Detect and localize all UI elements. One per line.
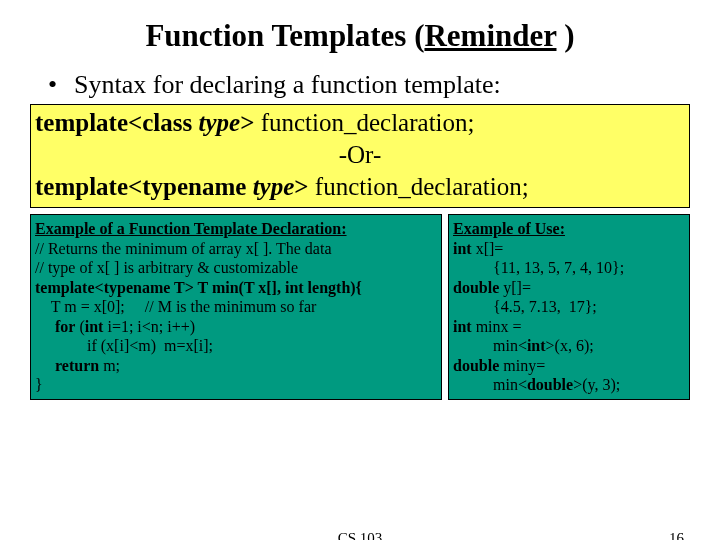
close-angle-2: > (294, 173, 315, 200)
func-decl-1: function_declaration; (261, 109, 475, 136)
decl-line-2: // type of x[ ] is arbitrary & customiza… (35, 258, 437, 278)
miny-decl: miny= (499, 357, 545, 374)
syntax-or: -Or- (35, 139, 685, 171)
close-angle-1: > (240, 109, 261, 136)
decl-line-7: return m; (35, 356, 437, 376)
min-call-2a: min< (453, 376, 527, 393)
pad7 (35, 357, 55, 374)
func-decl-2: function_declaration; (315, 173, 529, 200)
kw-double-miny: double (453, 357, 499, 374)
example-decl-header: Example of a Function Template Declarati… (35, 219, 437, 239)
type-italic-2: type (253, 173, 295, 200)
min-call-1c: >(x, 6); (546, 337, 594, 354)
decl-line-4: T m = x[0]; // M is the minimum so far (35, 297, 437, 317)
example-use-header: Example of Use: (453, 219, 685, 239)
type-italic-1: type (199, 109, 241, 136)
decl-line-1: // Returns the minimum of array x[ ]. Th… (35, 239, 437, 259)
example-row: Example of a Function Template Declarati… (30, 214, 690, 400)
kw-return: return (55, 357, 99, 374)
ret-m: m; (99, 357, 120, 374)
syntax-line-2: template<typename type> function_declara… (35, 171, 685, 203)
bullet-glyph: • (48, 70, 74, 100)
kw-template-class: template<class (35, 109, 199, 136)
bullet-text: Syntax for declaring a function template… (74, 70, 501, 99)
y-decl: y[]= (499, 279, 531, 296)
bullet-line: •Syntax for declaring a function templat… (0, 62, 720, 100)
title-underlined: Reminder (424, 18, 556, 53)
use-line-8: min<double>(y, 3); (453, 375, 685, 395)
kw-int-minx: int (453, 318, 472, 335)
pad5 (35, 318, 55, 335)
use-line-4: {4.5, 7.13, 17}; (453, 297, 685, 317)
kw-for: for (55, 318, 75, 335)
kw-int-x: int (453, 240, 472, 257)
decl-line-6: if (x[i]<m) m=x[i]; (35, 336, 437, 356)
decl-line-5: for (int i=1; i<n; i++) (35, 317, 437, 337)
x-decl: x[]= (472, 240, 504, 257)
syntax-line-1: template<class type> function_declaratio… (35, 107, 685, 139)
loop-rest: i=1; i<n; i++) (103, 318, 195, 335)
decl-line-8: } (35, 375, 437, 395)
min-call-2c: >(y, 3); (573, 376, 620, 393)
minx-decl: minx = (472, 318, 522, 335)
syntax-box: template<class type> function_declaratio… (30, 104, 690, 208)
use-line-5: int minx = (453, 317, 685, 337)
decl-line-3: template<typename T> T min(T x[], int le… (35, 278, 437, 298)
title-suffix: ) (556, 18, 574, 53)
use-line-7: double miny= (453, 356, 685, 376)
min-call-1a: min< (453, 337, 527, 354)
decl-sig: template<typename T> T min(T x[], int le… (35, 279, 362, 296)
min-t-int: int (527, 337, 546, 354)
slide-title: Function Templates (Reminder ) (0, 0, 720, 62)
use-line-6: min<int>(x, 6); (453, 336, 685, 356)
title-prefix: Function Templates ( (145, 18, 424, 53)
example-declaration-box: Example of a Function Template Declarati… (30, 214, 442, 400)
use-line-3: double y[]= (453, 278, 685, 298)
kw-int: int (85, 318, 104, 335)
example-use-box: Example of Use: int x[]= {11, 13, 5, 7, … (448, 214, 690, 400)
kw-double-y: double (453, 279, 499, 296)
footer-course: CS 103 (338, 530, 383, 540)
min-t-double: double (527, 376, 573, 393)
use-line-1: int x[]= (453, 239, 685, 259)
kw-template-typename: template<typename (35, 173, 253, 200)
use-line-2: {11, 13, 5, 7, 4, 10}; (453, 258, 685, 278)
footer-page-number: 16 (669, 530, 684, 540)
paren: ( (75, 318, 84, 335)
